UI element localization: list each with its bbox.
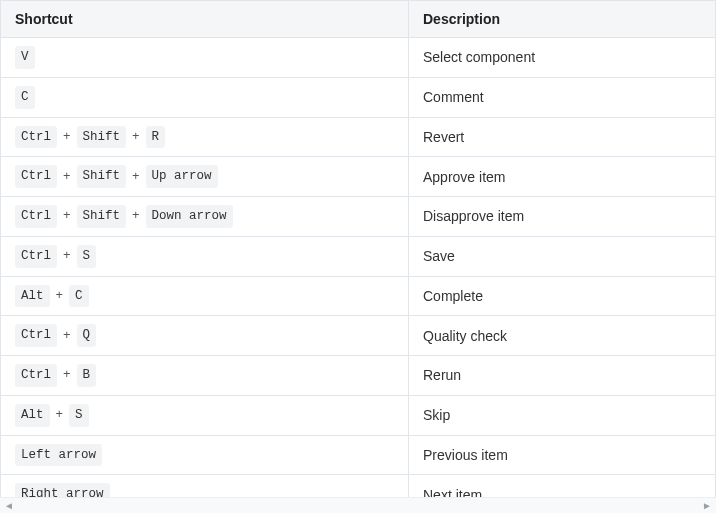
shortcut-cell: Ctrl+B xyxy=(1,356,409,396)
horizontal-scrollbar[interactable]: ◄ ► xyxy=(0,497,716,513)
key-separator: + xyxy=(126,170,146,184)
key-separator: + xyxy=(57,130,77,144)
description-cell: Previous item xyxy=(409,435,716,475)
shortcut-cell: Ctrl+S xyxy=(1,236,409,276)
key-separator: + xyxy=(57,249,77,263)
table-row: CComment xyxy=(1,77,716,117)
key-badge: Alt xyxy=(15,404,50,427)
shortcut-cell: C xyxy=(1,77,409,117)
description-cell: Complete xyxy=(409,276,716,316)
scroll-right-arrow-icon[interactable]: ► xyxy=(698,500,716,511)
key-badge: Shift xyxy=(77,126,127,149)
description-cell: Save xyxy=(409,236,716,276)
table-row: Ctrl+BRerun xyxy=(1,356,716,396)
key-separator: + xyxy=(57,368,77,382)
key-separator: + xyxy=(50,289,70,303)
key-badge: Q xyxy=(77,324,97,347)
table-row: VSelect component xyxy=(1,38,716,78)
description-cell: Approve item xyxy=(409,157,716,197)
key-badge: V xyxy=(15,46,35,69)
shortcuts-table-container[interactable]: Shortcut Description VSelect componentCC… xyxy=(0,0,716,497)
key-badge: Ctrl xyxy=(15,126,57,149)
header-shortcut: Shortcut xyxy=(1,1,409,38)
key-badge: Shift xyxy=(77,205,127,228)
description-cell: Next item xyxy=(409,475,716,497)
key-badge: Alt xyxy=(15,285,50,308)
key-badge: Ctrl xyxy=(15,324,57,347)
key-badge: R xyxy=(146,126,166,149)
key-separator: + xyxy=(126,130,146,144)
shortcut-cell: Ctrl+Shift+Down arrow xyxy=(1,197,409,237)
key-separator: + xyxy=(50,408,70,422)
key-badge: Right arrow xyxy=(15,483,110,497)
description-cell: Select component xyxy=(409,38,716,78)
key-badge: C xyxy=(15,86,35,109)
table-row: Ctrl+Shift+RRevert xyxy=(1,117,716,157)
scroll-left-arrow-icon[interactable]: ◄ xyxy=(0,500,18,511)
key-badge: C xyxy=(69,285,89,308)
key-separator: + xyxy=(126,209,146,223)
key-badge: S xyxy=(77,245,97,268)
shortcut-cell: Ctrl+Shift+R xyxy=(1,117,409,157)
description-cell: Comment xyxy=(409,77,716,117)
table-row: Ctrl+Shift+Up arrowApprove item xyxy=(1,157,716,197)
shortcuts-table: Shortcut Description VSelect componentCC… xyxy=(0,0,716,497)
key-badge: S xyxy=(69,404,89,427)
shortcut-cell: Right arrow xyxy=(1,475,409,497)
key-badge: Ctrl xyxy=(15,205,57,228)
key-badge: Left arrow xyxy=(15,444,102,467)
description-cell: Rerun xyxy=(409,356,716,396)
key-separator: + xyxy=(57,170,77,184)
shortcut-cell: Ctrl+Q xyxy=(1,316,409,356)
description-cell: Quality check xyxy=(409,316,716,356)
key-badge: Ctrl xyxy=(15,245,57,268)
key-badge: Shift xyxy=(77,165,127,188)
description-cell: Skip xyxy=(409,395,716,435)
key-badge: Up arrow xyxy=(146,165,218,188)
table-row: Left arrowPrevious item xyxy=(1,435,716,475)
description-cell: Revert xyxy=(409,117,716,157)
table-row: Alt+SSkip xyxy=(1,395,716,435)
table-row: Right arrowNext item xyxy=(1,475,716,497)
key-badge: B xyxy=(77,364,97,387)
table-row: Ctrl+QQuality check xyxy=(1,316,716,356)
key-separator: + xyxy=(57,209,77,223)
table-row: Ctrl+SSave xyxy=(1,236,716,276)
description-cell: Disapprove item xyxy=(409,197,716,237)
shortcut-cell: Alt+S xyxy=(1,395,409,435)
table-header-row: Shortcut Description xyxy=(1,1,716,38)
header-description: Description xyxy=(409,1,716,38)
table-row: Ctrl+Shift+Down arrowDisapprove item xyxy=(1,197,716,237)
key-badge: Ctrl xyxy=(15,165,57,188)
key-badge: Down arrow xyxy=(146,205,233,228)
shortcut-cell: Left arrow xyxy=(1,435,409,475)
key-separator: + xyxy=(57,329,77,343)
shortcut-cell: Ctrl+Shift+Up arrow xyxy=(1,157,409,197)
shortcut-cell: V xyxy=(1,38,409,78)
table-row: Alt+CComplete xyxy=(1,276,716,316)
key-badge: Ctrl xyxy=(15,364,57,387)
shortcut-cell: Alt+C xyxy=(1,276,409,316)
